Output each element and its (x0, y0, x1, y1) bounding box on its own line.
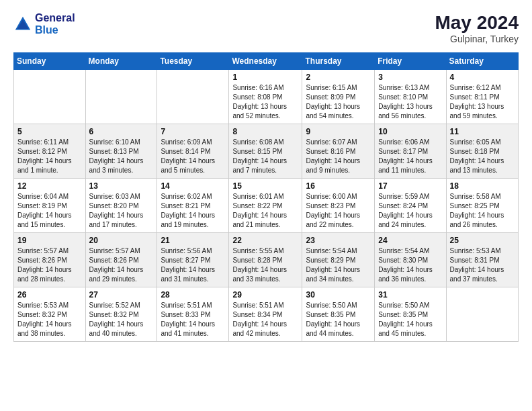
calendar-cell: 23Sunrise: 5:54 AM Sunset: 8:29 PM Dayli… (302, 233, 375, 287)
day-info: Sunrise: 5:50 AM Sunset: 8:35 PM Dayligh… (306, 301, 371, 338)
calendar-cell: 18Sunrise: 5:58 AM Sunset: 8:25 PM Dayli… (446, 179, 518, 233)
calendar-cell: 20Sunrise: 5:57 AM Sunset: 8:26 PM Dayli… (85, 233, 157, 287)
day-number: 28 (161, 290, 225, 300)
calendar-cell: 1Sunrise: 6:16 AM Sunset: 8:08 PM Daylig… (229, 70, 302, 124)
calendar-cell (85, 70, 157, 124)
day-number: 3 (378, 73, 442, 82)
day-info: Sunrise: 6:11 AM Sunset: 8:12 PM Dayligh… (17, 138, 82, 175)
calendar-cell: 7Sunrise: 6:09 AM Sunset: 8:14 PM Daylig… (157, 124, 229, 179)
day-info: Sunrise: 6:00 AM Sunset: 8:23 PM Dayligh… (306, 192, 371, 230)
calendar-cell: 3Sunrise: 6:13 AM Sunset: 8:10 PM Daylig… (375, 70, 446, 124)
day-info: Sunrise: 6:15 AM Sunset: 8:09 PM Dayligh… (306, 83, 371, 121)
calendar-cell: 15Sunrise: 6:01 AM Sunset: 8:22 PM Dayli… (229, 179, 302, 233)
weekday-header-row: Sunday Monday Tuesday Wednesday Thursday… (14, 53, 519, 70)
day-info: Sunrise: 6:02 AM Sunset: 8:21 PM Dayligh… (161, 192, 225, 230)
day-info: Sunrise: 5:56 AM Sunset: 8:27 PM Dayligh… (161, 246, 225, 284)
calendar-table: Sunday Monday Tuesday Wednesday Thursday… (13, 52, 519, 342)
day-number: 25 (450, 236, 515, 245)
day-info: Sunrise: 5:53 AM Sunset: 8:31 PM Dayligh… (450, 246, 515, 284)
calendar-cell: 10Sunrise: 6:06 AM Sunset: 8:17 PM Dayli… (375, 124, 446, 179)
day-number: 31 (378, 290, 442, 300)
day-number: 8 (232, 127, 298, 136)
calendar-cell: 13Sunrise: 6:03 AM Sunset: 8:20 PM Dayli… (85, 179, 157, 233)
day-number: 19 (17, 236, 82, 245)
day-number: 20 (89, 236, 154, 245)
day-info: Sunrise: 5:57 AM Sunset: 8:26 PM Dayligh… (17, 246, 82, 284)
calendar-cell: 6Sunrise: 6:10 AM Sunset: 8:13 PM Daylig… (85, 124, 157, 179)
title-block: May 2024 Gulpinar, Turkey (435, 12, 519, 44)
calendar-cell (157, 70, 229, 124)
calendar-cell: 4Sunrise: 6:12 AM Sunset: 8:11 PM Daylig… (446, 70, 518, 124)
week-row-2: 5Sunrise: 6:11 AM Sunset: 8:12 PM Daylig… (14, 124, 519, 179)
day-number: 1 (232, 73, 298, 82)
day-number: 5 (17, 127, 82, 136)
day-number: 9 (306, 127, 371, 136)
day-info: Sunrise: 6:01 AM Sunset: 8:22 PM Dayligh… (232, 192, 298, 230)
calendar-cell: 31Sunrise: 5:50 AM Sunset: 8:35 PM Dayli… (375, 287, 446, 342)
day-number: 13 (89, 181, 154, 191)
calendar-cell: 25Sunrise: 5:53 AM Sunset: 8:31 PM Dayli… (446, 233, 518, 287)
calendar-cell: 14Sunrise: 6:02 AM Sunset: 8:21 PM Dayli… (157, 179, 229, 233)
day-info: Sunrise: 6:10 AM Sunset: 8:13 PM Dayligh… (89, 138, 154, 175)
day-info: Sunrise: 5:52 AM Sunset: 8:32 PM Dayligh… (89, 301, 154, 338)
day-number: 27 (89, 290, 154, 300)
week-row-1: 1Sunrise: 6:16 AM Sunset: 8:08 PM Daylig… (14, 70, 519, 124)
day-info: Sunrise: 6:09 AM Sunset: 8:14 PM Dayligh… (161, 138, 225, 175)
calendar-cell: 21Sunrise: 5:56 AM Sunset: 8:27 PM Dayli… (157, 233, 229, 287)
calendar-cell: 16Sunrise: 6:00 AM Sunset: 8:23 PM Dayli… (302, 179, 375, 233)
day-info: Sunrise: 5:57 AM Sunset: 8:26 PM Dayligh… (89, 246, 154, 284)
calendar-cell: 30Sunrise: 5:50 AM Sunset: 8:35 PM Dayli… (302, 287, 375, 342)
header-tuesday: Tuesday (157, 53, 229, 70)
calendar-cell: 28Sunrise: 5:51 AM Sunset: 8:33 PM Dayli… (157, 287, 229, 342)
day-number: 10 (378, 127, 442, 136)
day-number: 26 (17, 290, 82, 300)
day-info: Sunrise: 6:04 AM Sunset: 8:19 PM Dayligh… (17, 192, 82, 230)
week-row-5: 26Sunrise: 5:53 AM Sunset: 8:32 PM Dayli… (14, 287, 519, 342)
calendar-cell: 27Sunrise: 5:52 AM Sunset: 8:32 PM Dayli… (85, 287, 157, 342)
logo-icon (13, 15, 32, 34)
page: General Blue May 2024 Gulpinar, Turkey S… (0, 0, 532, 411)
location: Gulpinar, Turkey (435, 34, 519, 44)
day-info: Sunrise: 5:58 AM Sunset: 8:25 PM Dayligh… (450, 192, 515, 230)
day-info: Sunrise: 5:53 AM Sunset: 8:32 PM Dayligh… (17, 301, 82, 338)
day-number: 2 (306, 73, 371, 82)
day-info: Sunrise: 5:50 AM Sunset: 8:35 PM Dayligh… (378, 301, 442, 338)
day-info: Sunrise: 6:07 AM Sunset: 8:16 PM Dayligh… (306, 138, 371, 175)
day-info: Sunrise: 5:55 AM Sunset: 8:28 PM Dayligh… (232, 246, 298, 284)
calendar-cell: 26Sunrise: 5:53 AM Sunset: 8:32 PM Dayli… (14, 287, 86, 342)
day-number: 23 (306, 236, 371, 245)
calendar-cell: 5Sunrise: 6:11 AM Sunset: 8:12 PM Daylig… (14, 124, 86, 179)
day-number: 12 (17, 181, 82, 191)
day-info: Sunrise: 6:08 AM Sunset: 8:15 PM Dayligh… (232, 138, 298, 175)
day-number: 7 (161, 127, 225, 136)
day-info: Sunrise: 5:54 AM Sunset: 8:29 PM Dayligh… (306, 246, 371, 284)
header-thursday: Thursday (302, 53, 375, 70)
calendar-cell (14, 70, 86, 124)
calendar-cell: 8Sunrise: 6:08 AM Sunset: 8:15 PM Daylig… (229, 124, 302, 179)
day-info: Sunrise: 5:51 AM Sunset: 8:33 PM Dayligh… (161, 301, 225, 338)
day-info: Sunrise: 5:51 AM Sunset: 8:34 PM Dayligh… (232, 301, 298, 338)
day-number: 17 (378, 181, 442, 191)
day-number: 22 (232, 236, 298, 245)
logo-text: General Blue (35, 12, 75, 36)
day-info: Sunrise: 6:03 AM Sunset: 8:20 PM Dayligh… (89, 192, 154, 230)
day-info: Sunrise: 5:54 AM Sunset: 8:30 PM Dayligh… (378, 246, 442, 284)
logo: General Blue (13, 12, 75, 36)
header: General Blue May 2024 Gulpinar, Turkey (13, 12, 519, 44)
header-friday: Friday (375, 53, 446, 70)
header-saturday: Saturday (446, 53, 518, 70)
day-number: 30 (306, 290, 371, 300)
day-number: 6 (89, 127, 154, 136)
calendar-cell: 2Sunrise: 6:15 AM Sunset: 8:09 PM Daylig… (302, 70, 375, 124)
day-info: Sunrise: 6:06 AM Sunset: 8:17 PM Dayligh… (378, 138, 442, 175)
header-wednesday: Wednesday (229, 53, 302, 70)
calendar-cell: 17Sunrise: 5:59 AM Sunset: 8:24 PM Dayli… (375, 179, 446, 233)
day-number: 29 (232, 290, 298, 300)
calendar-cell: 11Sunrise: 6:05 AM Sunset: 8:18 PM Dayli… (446, 124, 518, 179)
calendar-cell: 29Sunrise: 5:51 AM Sunset: 8:34 PM Dayli… (229, 287, 302, 342)
calendar-cell: 19Sunrise: 5:57 AM Sunset: 8:26 PM Dayli… (14, 233, 86, 287)
calendar-cell: 24Sunrise: 5:54 AM Sunset: 8:30 PM Dayli… (375, 233, 446, 287)
week-row-3: 12Sunrise: 6:04 AM Sunset: 8:19 PM Dayli… (14, 179, 519, 233)
calendar-cell (446, 287, 518, 342)
day-number: 16 (306, 181, 371, 191)
